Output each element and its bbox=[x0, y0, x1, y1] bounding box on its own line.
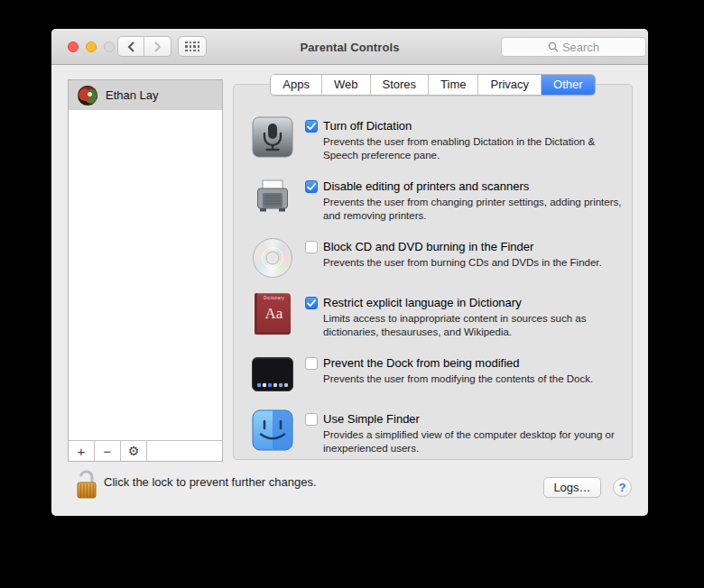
setting-row: Turn off Dictation Prevents the user fro… bbox=[252, 116, 616, 162]
chevron-left-icon bbox=[127, 41, 135, 52]
setting-label: Use Simple Finder bbox=[323, 412, 420, 427]
setting-label: Turn off Dictation bbox=[323, 119, 412, 133]
dock-icon bbox=[252, 354, 293, 395]
setting-checkbox[interactable] bbox=[305, 357, 318, 370]
logs-button[interactable]: Logs… bbox=[543, 477, 601, 498]
setting-description: Prevents the user from modifying the con… bbox=[323, 372, 632, 386]
help-button[interactable]: ? bbox=[613, 478, 632, 497]
grid-icon bbox=[185, 41, 199, 52]
user-list-empty-area bbox=[69, 110, 222, 440]
setting-description: Prevents the user from changing printer … bbox=[323, 196, 632, 223]
setting-row: Use Simple Finder Provides a simplified … bbox=[252, 409, 616, 455]
desktop-background: { "window": { "title": "Parental Control… bbox=[0, 0, 704, 588]
setting-description: Prevents the user from enabling Dictatio… bbox=[323, 135, 632, 162]
setting-description: Provides a simplified view of the comput… bbox=[323, 428, 632, 455]
title-bar: Parental Controls Search bbox=[51, 29, 648, 65]
setting-row: Block CD and DVD burning in the Finder P… bbox=[252, 237, 616, 279]
setting-checkbox[interactable] bbox=[305, 413, 318, 426]
setting-checkbox[interactable] bbox=[305, 120, 318, 133]
setting-row: Disable editing of printers and scanners… bbox=[252, 177, 616, 223]
zoom-button bbox=[104, 41, 115, 52]
dictionary-icon: DictionaryAa bbox=[252, 293, 293, 335]
finder-icon bbox=[252, 409, 293, 451]
setting-label: Disable editing of printers and scanners bbox=[323, 179, 529, 194]
back-button[interactable] bbox=[117, 36, 144, 57]
setting-label: Prevent the Dock from being modified bbox=[323, 356, 520, 371]
add-icon: + bbox=[78, 444, 86, 459]
parental-controls-window: Parental Controls Search bbox=[51, 29, 648, 516]
sidebar-item-user[interactable]: Ethan Lay bbox=[69, 80, 222, 110]
search-input[interactable]: Search bbox=[501, 37, 646, 57]
tab-time[interactable]: Time bbox=[429, 75, 478, 95]
user-actions-button[interactable]: ⚙ bbox=[121, 441, 147, 461]
setting-label: Block CD and DVD burning in the Finder bbox=[323, 240, 533, 254]
setting-checkbox[interactable] bbox=[305, 180, 318, 193]
forward-button[interactable] bbox=[144, 36, 171, 57]
setting-checkbox[interactable] bbox=[305, 297, 318, 309]
cd-icon bbox=[252, 237, 293, 279]
search-placeholder: Search bbox=[562, 41, 599, 54]
gear-icon: ⚙ bbox=[128, 444, 140, 458]
search-icon bbox=[548, 41, 559, 52]
minimize-button[interactable] bbox=[86, 41, 97, 52]
lock-button[interactable] bbox=[75, 469, 98, 501]
microphone-icon bbox=[252, 116, 293, 158]
user-list-sidebar: Ethan Lay + − ⚙ bbox=[68, 79, 223, 462]
close-button[interactable] bbox=[68, 41, 79, 52]
show-all-button[interactable] bbox=[178, 36, 207, 57]
traffic-lights bbox=[68, 41, 115, 52]
tab-other[interactable]: Other bbox=[542, 75, 595, 95]
setting-row: DictionaryAa Restrict explicit language … bbox=[252, 293, 616, 339]
tab-stores[interactable]: Stores bbox=[371, 75, 430, 95]
remove-user-button[interactable]: − bbox=[95, 441, 121, 461]
unlocked-padlock-icon bbox=[75, 469, 98, 501]
tab-web[interactable]: Web bbox=[322, 75, 371, 95]
settings-list: Turn off Dictation Prevents the user fro… bbox=[252, 116, 616, 455]
printer-icon bbox=[252, 177, 293, 218]
tab-bar: AppsWebStoresTimePrivacyOther bbox=[270, 74, 595, 96]
other-tab-panel: Turn off Dictation Prevents the user fro… bbox=[233, 84, 633, 460]
setting-label: Restrict explicit language in Dictionary bbox=[323, 296, 522, 310]
user-name: Ethan Lay bbox=[106, 88, 159, 102]
tab-apps[interactable]: Apps bbox=[271, 75, 322, 95]
tab-bar-wrapper: AppsWebStoresTimePrivacyOther bbox=[233, 74, 633, 96]
remove-icon: − bbox=[104, 444, 112, 459]
setting-row: Prevent the Dock from being modified Pre… bbox=[252, 354, 616, 395]
setting-checkbox[interactable] bbox=[305, 241, 318, 253]
tab-privacy[interactable]: Privacy bbox=[478, 75, 542, 95]
chevron-right-icon bbox=[153, 41, 162, 52]
nav-buttons bbox=[117, 36, 171, 57]
setting-description: Prevents the user from burning CDs and D… bbox=[323, 256, 632, 270]
setting-description: Limits access to inappropriate content i… bbox=[323, 312, 632, 339]
add-user-button[interactable]: + bbox=[69, 441, 95, 461]
user-avatar bbox=[78, 86, 97, 106]
lock-hint-text: Click the lock to prevent further change… bbox=[104, 475, 317, 489]
sidebar-action-bar: + − ⚙ bbox=[69, 440, 222, 461]
